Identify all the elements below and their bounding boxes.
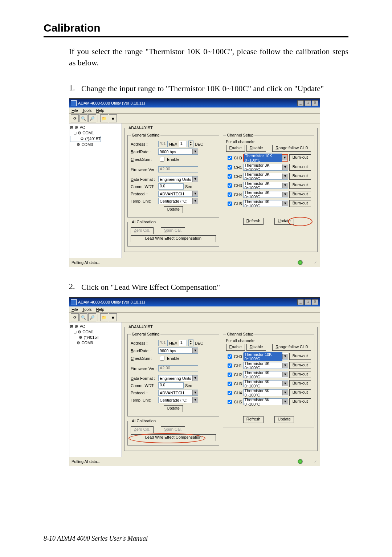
update-button-2[interactable]: Update xyxy=(164,405,183,412)
tree-pane-2[interactable]: PC COM1 (*)4015T COM3 xyxy=(69,322,122,457)
ch3b-range-select[interactable]: Thermistor 3K 0~100°C▼ xyxy=(243,380,288,387)
maximize-button[interactable]: □ xyxy=(305,100,311,106)
df-select[interactable]: Engineering Units▼ xyxy=(158,176,198,182)
chan-update-button[interactable]: Update xyxy=(274,218,294,225)
ch0-checkbox[interactable] xyxy=(228,156,232,160)
tb-btn-5b[interactable]: ■ xyxy=(109,313,117,321)
close-button[interactable]: × xyxy=(312,100,318,106)
tb-btn-3[interactable]: 🔎 xyxy=(88,114,96,122)
proto-select-2[interactable]: ADVANTECH▼ xyxy=(158,390,198,396)
tree-pane[interactable]: PC COM1 (*)4015T COM3 xyxy=(69,123,122,258)
zero-cal-button-2[interactable]: Zero Cal. xyxy=(131,426,154,433)
ch4-checkbox[interactable] xyxy=(228,192,232,197)
maximize-button-2[interactable]: □ xyxy=(305,299,311,305)
tree-com3[interactable]: COM3 xyxy=(70,142,121,147)
ch1-range-select[interactable]: Thermistor 3K 0~100°C▼ xyxy=(243,164,288,171)
tb-btn-1[interactable]: ⟳ xyxy=(71,114,79,122)
minimize-button-2[interactable]: _ xyxy=(297,299,304,305)
ch5b-burnout-button[interactable]: Burn-out xyxy=(289,398,311,405)
tree-com1[interactable]: COM1 xyxy=(70,130,121,136)
address-hex[interactable]: *01 xyxy=(158,141,168,147)
refresh-button-2[interactable]: Refresh xyxy=(243,416,264,423)
temp-select-2[interactable]: Centigrade (°C)▼ xyxy=(158,397,198,403)
resize-grip-icon-2[interactable]: ⋰ xyxy=(314,459,318,464)
enable-all-button[interactable]: Enable xyxy=(226,145,245,152)
address-hex-2[interactable]: *01 xyxy=(158,340,168,346)
range-follow-button[interactable]: Range follow CH0 xyxy=(272,145,311,152)
menu-tools-2[interactable]: Tools xyxy=(82,307,92,312)
ch0b-checkbox[interactable] xyxy=(228,354,232,359)
dec-spinner[interactable]: ▲▼ xyxy=(188,141,193,147)
ch2b-burnout-button[interactable]: Burn-out xyxy=(289,371,311,378)
tb-btn-3b[interactable]: 🔎 xyxy=(88,313,96,321)
menu-help[interactable]: Help xyxy=(96,108,104,113)
ch1-burnout-button[interactable]: Burn-out xyxy=(289,164,311,171)
ch3-range-select[interactable]: Thermistor 3K 0~100°C▼ xyxy=(243,182,288,189)
tree-com3-2[interactable]: COM3 xyxy=(70,340,121,346)
disable-all-button[interactable]: Disable xyxy=(246,145,266,152)
ch2-burnout-button[interactable]: Burn-out xyxy=(289,173,311,180)
refresh-button[interactable]: Refresh xyxy=(243,218,264,225)
tb-btn-4b[interactable]: 📁 xyxy=(100,313,108,321)
ch1b-burnout-button[interactable]: Burn-out xyxy=(289,362,311,369)
update-button[interactable]: Update xyxy=(164,206,183,213)
ch1b-checkbox[interactable] xyxy=(228,363,232,368)
ch5-burnout-button[interactable]: Burn-out xyxy=(289,200,311,207)
ch4-burnout-button[interactable]: Burn-out xyxy=(289,191,311,198)
ch5b-checkbox[interactable] xyxy=(228,400,232,404)
ch4b-checkbox[interactable] xyxy=(228,391,232,395)
temp-select[interactable]: Centigrade (°C)▼ xyxy=(158,198,198,204)
ch1b-range-select[interactable]: Thermistor 3K 0~100°C▼ xyxy=(243,362,288,369)
baud-select-2[interactable]: 9600 bps▼ xyxy=(158,347,198,354)
minimize-button[interactable]: _ xyxy=(297,100,304,106)
proto-select[interactable]: ADVANTECH▼ xyxy=(158,191,198,197)
ch4-range-select[interactable]: Thermistor 3K 0~100°C▼ xyxy=(243,191,288,198)
menu-help-2[interactable]: Help xyxy=(96,307,104,312)
span-cal-button[interactable]: Span Cal. xyxy=(161,227,185,234)
address-dec-2[interactable]: 1 xyxy=(179,340,187,346)
checksum-checkbox-2[interactable] xyxy=(160,356,164,361)
tree-device-2[interactable]: (*)4015T xyxy=(70,335,121,340)
menu-file[interactable]: File xyxy=(72,108,78,113)
tb-btn-4[interactable]: 📁 xyxy=(100,114,108,122)
menu-file-2[interactable]: File xyxy=(72,307,78,312)
ch2-range-select[interactable]: Thermistor 3K 0~100°C▼ xyxy=(243,173,288,180)
disable-all-button-2[interactable]: Disable xyxy=(246,344,266,351)
ch5b-range-select[interactable]: Thermistor 3K 0~100°C▼ xyxy=(243,398,288,405)
tree-device[interactable]: (*)4015T xyxy=(70,136,101,142)
ch0-range-select[interactable]: Thermistor 10K 0~100°C▼ xyxy=(243,154,288,162)
baud-select[interactable]: 9600 bps▼ xyxy=(158,149,198,155)
ch3b-checkbox[interactable] xyxy=(228,382,232,386)
wdt-value-2[interactable]: 0.0 xyxy=(158,382,184,389)
tb-btn-5[interactable]: ■ xyxy=(109,114,117,122)
ch0b-burnout-button[interactable]: Burn-out xyxy=(289,353,311,360)
ch0b-range-select[interactable]: Thermistor 10K 0~100°C▼ xyxy=(243,353,288,360)
tb-btn-1b[interactable]: ⟳ xyxy=(71,313,79,321)
ch3-burnout-button[interactable]: Burn-out xyxy=(289,182,311,189)
ch1-checkbox[interactable] xyxy=(228,165,232,170)
ch4b-range-select[interactable]: Thermistor 3K 0~100°C▼ xyxy=(243,389,288,396)
tb-btn-2b[interactable]: 🔍 xyxy=(79,313,87,321)
wdt-value[interactable]: 0.0 xyxy=(158,183,184,190)
ch5-checkbox[interactable] xyxy=(228,202,232,206)
span-cal-button-2[interactable]: Span Cal. xyxy=(161,426,185,433)
ch2-checkbox[interactable] xyxy=(228,174,232,179)
range-follow-button-2[interactable]: Range follow CH0 xyxy=(272,344,311,351)
tree-pc-2[interactable]: PC xyxy=(70,324,121,329)
resize-grip-icon[interactable]: ⋰ xyxy=(314,260,318,265)
ch2b-range-select[interactable]: Thermistor 3K 0~100°C▼ xyxy=(243,371,288,378)
ch0-burnout-button[interactable]: Burn-out xyxy=(289,154,311,161)
lead-wire-button-2[interactable]: Lead Wire Effect Compensation xyxy=(131,434,216,441)
ch5-range-select[interactable]: Thermistor 3K 0~100°C▼ xyxy=(243,200,288,207)
zero-cal-button[interactable]: Zero Cal. xyxy=(131,227,154,234)
tb-btn-2[interactable]: 🔍 xyxy=(79,114,87,122)
df-select-2[interactable]: Engineering Units▼ xyxy=(158,375,198,381)
dec-spinner-2[interactable]: ▲▼ xyxy=(188,340,193,346)
ch3b-burnout-button[interactable]: Burn-out xyxy=(289,380,311,387)
tree-com1-2[interactable]: COM1 xyxy=(70,329,121,335)
ch4b-burnout-button[interactable]: Burn-out xyxy=(289,389,311,396)
chan-update-button-2[interactable]: Update xyxy=(274,416,294,423)
enable-all-button-2[interactable]: Enable xyxy=(226,344,245,351)
tree-pc[interactable]: PC xyxy=(70,125,121,130)
lead-wire-button[interactable]: Lead Wire Effect Compensation xyxy=(131,235,216,242)
